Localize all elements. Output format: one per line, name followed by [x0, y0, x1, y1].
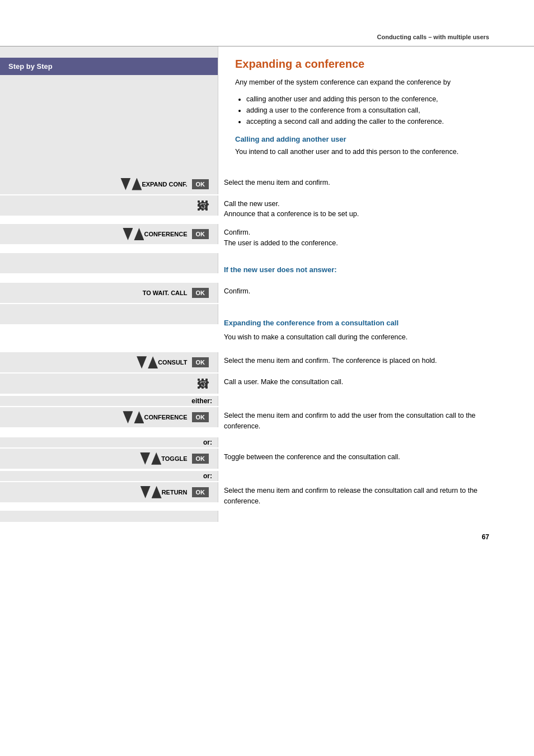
to-wait-call-label: TO WAIT. CALL — [143, 290, 188, 296]
conference1-desc: Confirm.The user is added to the confere… — [224, 227, 338, 249]
arrow-down-icon — [123, 411, 133, 423]
bullet-list: calling another user and adding this per… — [246, 94, 500, 127]
arrow-down-icon — [123, 228, 133, 240]
bullet-2: adding a user to the conference from a c… — [246, 105, 500, 116]
step-by-step-label: Step by Step — [0, 58, 218, 75]
or-row1: or: — [0, 436, 534, 449]
step-to-wait-call-right: Confirm. — [218, 283, 534, 300]
step-toggle-right: Toggle between the conference and the co… — [218, 449, 534, 466]
toggle-label: TOGGLE — [161, 455, 187, 462]
subsection1-title: Calling and adding another user — [235, 135, 500, 143]
return-ok: OK — [192, 487, 209, 497]
return-label: RETURN — [162, 489, 188, 496]
subsection3-right: Expanding the conference from a consulta… — [218, 304, 534, 351]
bullet-1: calling another user and adding this per… — [246, 94, 500, 105]
expand-conf-ok: OK — [192, 179, 209, 189]
consult-label: CONSULT — [158, 359, 187, 366]
either-label: either: — [191, 397, 212, 405]
arrows-conference1 — [123, 228, 144, 240]
expand-conf-label: EXPAND CONF. — [142, 181, 187, 188]
subsection2-title: If the new user does not answer: — [224, 264, 337, 276]
call-new-user-desc: Call the new user.Announce that a confer… — [224, 199, 359, 220]
arrow-up-icon — [134, 228, 144, 240]
step-conference2-right: Select the menu item and confirm to add … — [218, 407, 534, 435]
toggle-ok: OK — [192, 454, 209, 464]
step-conference1-right: Confirm.The user is added to the confere… — [218, 224, 534, 252]
arrow-down-icon — [120, 178, 130, 190]
arrows-expand-conf — [120, 178, 142, 190]
step-expand-conf-right: Select the menu item and confirm. — [218, 174, 534, 192]
left-panel-header: Step by Step — [0, 46, 218, 174]
subsection1-text: You intend to call another user and to a… — [235, 147, 500, 157]
step-conference1-left: CONFERENCE OK — [0, 224, 218, 244]
page-header: Conducting calls – with multiple users — [0, 0, 534, 46]
content-area: Step by Step Expanding a conference Any … — [0, 46, 534, 174]
or2-left: or: — [0, 471, 218, 481]
section-title: Expanding a conference — [235, 58, 500, 71]
step-expand-conf-left: EXPAND CONF. OK — [0, 174, 218, 194]
subsection3-text: You wish to make a consultation call dur… — [224, 332, 500, 343]
step-consult-left: CONSULT OK — [0, 352, 218, 372]
keypad-phone-icon: ☎ — [196, 199, 209, 212]
or1-label: or: — [203, 438, 212, 446]
or1-right — [218, 441, 534, 444]
step-call-user-right: Call a user. Make the consultation call. — [218, 374, 534, 391]
step-conference2: CONFERENCE OK Select the menu item and c… — [0, 407, 534, 435]
sep-left — [0, 511, 218, 522]
arrows-return — [140, 486, 162, 498]
subsection3-row: Expanding the conference from a consulta… — [0, 304, 534, 351]
right-panel-intro: Expanding a conference Any member of the… — [218, 46, 534, 174]
conference1-ok: OK — [192, 229, 209, 239]
step-conference1: CONFERENCE OK Confirm.The user is added … — [0, 224, 534, 252]
page: Conducting calls – with multiple users S… — [0, 0, 534, 756]
arrows-consult — [137, 356, 158, 368]
phone-handset-icon2: ☎ — [197, 378, 209, 390]
subsection3-title: Expanding the conference from a consulta… — [224, 318, 500, 329]
step-call-new-user-right: Call the new user.Announce that a confer… — [218, 195, 534, 223]
keypad-phone-icon2: ☎ — [196, 377, 209, 390]
or2-right — [218, 475, 534, 477]
arrow-down-icon — [140, 452, 150, 465]
step-consult: CONSULT OK Select the menu item and conf… — [0, 352, 534, 372]
bottom-spacer — [0, 511, 534, 522]
step-call-new-user: ☎ Call the new user.Announce that a conf… — [0, 195, 534, 223]
step-return-left: RETURN OK — [0, 482, 218, 502]
subsection2-right: If the new user does not answer: — [218, 253, 534, 282]
either-row: either: — [0, 395, 534, 407]
sep-right — [218, 511, 534, 522]
intro-text: Any member of the system conference can … — [235, 77, 500, 88]
arrow-down-icon — [137, 356, 147, 368]
conference2-ok: OK — [192, 412, 209, 422]
step-toggle: TOGGLE OK Toggle between the conference … — [0, 449, 534, 469]
subsection3-left — [0, 304, 218, 324]
subsection2-row: If the new user does not answer: — [0, 253, 534, 282]
either-right — [218, 400, 534, 402]
step-expand-conf: EXPAND CONF. OK Select the menu item and… — [0, 174, 534, 194]
arrow-up-icon — [134, 411, 144, 423]
arrow-up-icon — [152, 486, 162, 498]
step-to-wait-call: TO WAIT. CALL OK Confirm. — [0, 283, 534, 303]
bullet-3: accepting a second call and adding the c… — [246, 116, 500, 127]
to-wait-call-ok: OK — [192, 288, 209, 298]
conference2-label: CONFERENCE — [144, 414, 187, 421]
phone-handset-icon: ☎ — [197, 200, 209, 212]
step-return-right: Select the menu item and confirm to rele… — [218, 482, 534, 510]
step-call-user-left: ☎ — [0, 374, 218, 394]
or-row2: or: — [0, 470, 534, 482]
step-to-wait-call-left: TO WAIT. CALL OK — [0, 283, 218, 303]
subsection2-left — [0, 253, 218, 273]
step-call-new-user-left: ☎ — [0, 195, 218, 216]
arrow-up-icon — [148, 356, 158, 368]
header-title: Conducting calls – with multiple users — [377, 34, 489, 40]
or1-left: or: — [0, 437, 218, 447]
or2-label: or: — [203, 472, 212, 480]
arrow-down-icon — [140, 486, 151, 498]
step-return: RETURN OK Select the menu item and confi… — [0, 482, 534, 510]
consult-ok: OK — [192, 357, 209, 367]
step-conference2-left: CONFERENCE OK — [0, 407, 218, 427]
either-left: either: — [0, 396, 218, 406]
arrow-up-icon — [151, 452, 161, 465]
arrow-up-icon — [132, 178, 142, 190]
arrows-toggle — [140, 452, 161, 465]
page-number: 67 — [0, 522, 534, 552]
